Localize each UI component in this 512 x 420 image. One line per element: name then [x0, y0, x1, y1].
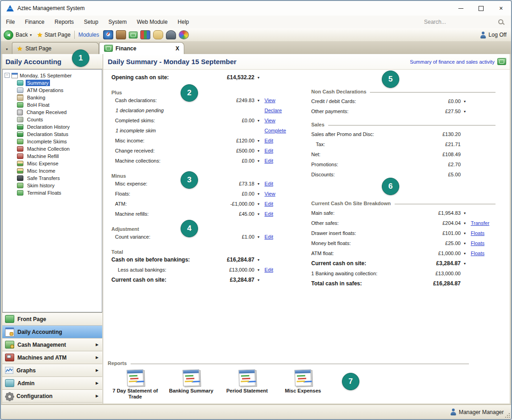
dropdown-caret-icon[interactable]: ▼ [254, 235, 263, 239]
nav-configuration[interactable]: Configuration▶ [2, 390, 102, 403]
menu-file[interactable]: File [1, 19, 20, 25]
dropdown-caret-icon[interactable]: ▼ [254, 182, 263, 185]
resize-grip[interactable] [505, 413, 510, 418]
dropdown-caret-icon[interactable]: ▼ [254, 278, 263, 282]
menu-system[interactable]: System [103, 19, 132, 25]
dropdown-caret-icon[interactable]: ▼ [254, 76, 263, 79]
nav-graphs[interactable]: Graphs▶ [2, 364, 102, 377]
dropdown-caret-icon[interactable]: ▼ [461, 222, 469, 225]
edit-link[interactable]: Edit [264, 148, 273, 153]
dropdown-caret-icon[interactable]: ▼ [254, 202, 263, 206]
start-page-tab-label: Start Page [26, 45, 52, 52]
tab-finance[interactable]: Finance X [99, 42, 184, 54]
tree-item-declaration-history[interactable]: Declaration History [3, 123, 102, 131]
view-link[interactable]: View [264, 118, 275, 123]
search-input[interactable]: Search... [424, 19, 497, 25]
nav-cash-management[interactable]: Cash Management▶ [2, 338, 102, 351]
start-page-button[interactable]: Start Page [44, 32, 71, 38]
modules-button[interactable]: Modules [78, 32, 99, 38]
floats-link[interactable]: Floats [471, 251, 484, 256]
tree-item-terminal-floats[interactable]: Terminal Floats [3, 189, 102, 196]
report-period-statement[interactable]: Period Statement [220, 370, 275, 400]
tree-item-misc-income[interactable]: Misc Income [3, 167, 102, 175]
tab-list-dropdown[interactable]: ▼ [3, 44, 11, 54]
dropdown-caret-icon[interactable]: ▼ [461, 262, 469, 265]
staff-icon[interactable] [166, 30, 176, 39]
gauge-icon[interactable] [103, 30, 113, 39]
submenu-arrow-icon: ▶ [96, 368, 99, 372]
log-off-button[interactable]: Log Off [480, 32, 506, 38]
tree-item-machine-collection[interactable]: Machine Collection [3, 145, 102, 153]
minimize-button[interactable] [451, 1, 471, 16]
nav-machines-and-atm[interactable]: Machines and ATM▶ [2, 351, 102, 364]
dropdown-caret-icon[interactable]: ▼ [254, 213, 263, 216]
tree-item-counts[interactable]: Counts [3, 116, 102, 123]
dropdown-caret-icon[interactable]: ▼ [254, 149, 263, 153]
menu-help[interactable]: Help [173, 19, 194, 25]
dropdown-caret-icon[interactable]: ▼ [254, 159, 263, 163]
nav-daily-accounting[interactable]: Daily Accounting [2, 326, 102, 338]
edit-link[interactable]: Edit [264, 181, 273, 186]
menu-finance[interactable]: Finance [20, 19, 50, 25]
dropdown-caret-icon[interactable]: ▼ [254, 99, 263, 102]
atm-float-row: ATM float: £1,000.00 ▼ Floats [308, 248, 496, 258]
tree-item-summary[interactable]: Summary [3, 79, 102, 87]
tree-item-declaration-status[interactable]: Declaration Status [3, 131, 102, 138]
edit-link[interactable]: Edit [264, 267, 273, 273]
menu-web-module[interactable]: Web Module [132, 19, 172, 25]
tab-close-icon[interactable]: X [176, 45, 179, 52]
declare-link[interactable]: Declare [264, 108, 282, 113]
search-icon[interactable] [497, 18, 505, 26]
edit-link[interactable]: Edit [264, 234, 273, 240]
dropdown-caret-icon[interactable]: ▼ [254, 192, 263, 196]
app-window: Aztec Management System × File Finance R… [0, 0, 512, 420]
edit-link[interactable]: Edit [264, 201, 273, 207]
dropdown-caret-icon[interactable]: ▼ [461, 100, 469, 103]
finance-icon[interactable] [129, 32, 138, 38]
view-link[interactable]: View [264, 191, 275, 196]
nav-admin[interactable]: Admin▶ [2, 377, 102, 390]
tree-item-incomplete-skims[interactable]: Incomplete Skims [3, 138, 102, 145]
tree-root-date[interactable]: − Monday, 15 September [5, 71, 102, 79]
tree-item-misc-expense[interactable]: Misc Expense [3, 160, 102, 167]
back-button[interactable]: ◀ Back ▼ [4, 30, 33, 40]
view-link[interactable]: View [264, 98, 275, 103]
floats-link[interactable]: Floats [471, 230, 484, 236]
dropdown-caret-icon[interactable]: ▼ [461, 212, 469, 215]
edit-link[interactable]: Edit [264, 158, 273, 164]
transfer-link[interactable]: Transfer [471, 220, 490, 226]
tree-collapse-icon[interactable]: − [5, 73, 10, 78]
tree-item-boh-float[interactable]: BoH Float [3, 101, 102, 109]
back-dropdown-icon[interactable]: ▼ [29, 33, 33, 37]
report-misc-expenses[interactable]: Misc Expenses [275, 370, 330, 400]
edit-link[interactable]: Edit [264, 138, 273, 143]
palette-icon[interactable] [179, 30, 189, 39]
edit-link[interactable]: Edit [264, 211, 273, 217]
nav-front-page[interactable]: Front Page [2, 313, 102, 326]
dropdown-caret-icon[interactable]: ▼ [254, 139, 263, 142]
floats-link[interactable]: Floats [471, 240, 484, 246]
dropdown-caret-icon[interactable]: ▼ [461, 110, 469, 113]
dropdown-caret-icon[interactable]: ▼ [461, 242, 469, 245]
dropdown-caret-icon[interactable]: ▼ [461, 252, 469, 255]
tree-item-safe-transfers[interactable]: Safe Transfers [3, 175, 102, 182]
dropdown-caret-icon[interactable]: ▼ [254, 268, 263, 272]
close-button[interactable]: × [491, 1, 511, 16]
report-banking-summary[interactable]: Banking Summary [164, 370, 219, 400]
dropdown-caret-icon[interactable]: ▼ [254, 119, 263, 122]
report-7-day-statement[interactable]: 7 Day Statement of Trade [108, 370, 163, 400]
dropdown-caret-icon[interactable]: ▼ [461, 232, 469, 235]
tree-item-machine-refill[interactable]: Machine Refill [3, 153, 102, 160]
reports-stack-icon[interactable] [140, 30, 150, 39]
tree-item-atm-operations[interactable]: ATM Operations [3, 87, 102, 94]
menu-setup[interactable]: Setup [79, 19, 103, 25]
tree-item-skim-history[interactable]: Skim history [3, 182, 102, 189]
dropdown-caret-icon[interactable]: ▼ [254, 258, 263, 262]
maximize-button[interactable] [471, 1, 491, 16]
tree-item-change-received[interactable]: Change Received [3, 109, 102, 116]
complete-link[interactable]: Complete [264, 128, 286, 133]
tree-item-banking[interactable]: Banking [3, 94, 102, 101]
stock-icon[interactable] [116, 30, 126, 39]
scroll-icon[interactable] [153, 30, 163, 39]
menu-reports[interactable]: Reports [50, 19, 79, 25]
